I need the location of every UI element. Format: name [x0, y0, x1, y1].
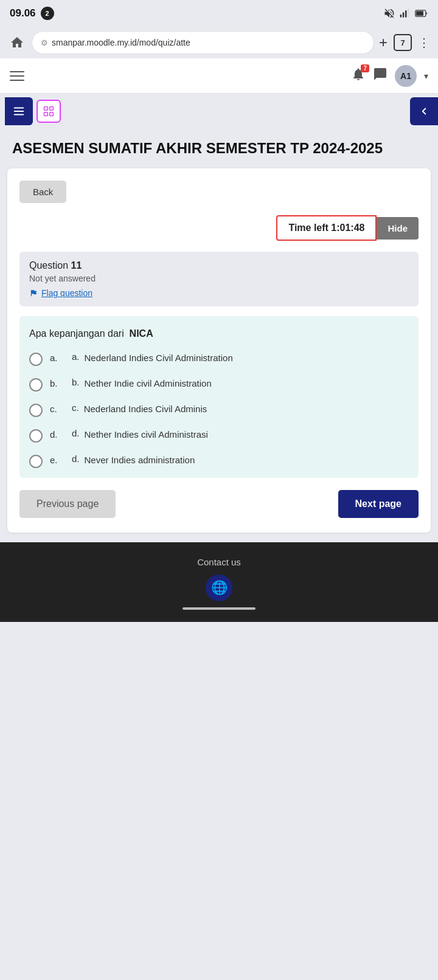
svg-rect-3 [408, 9, 409, 18]
answer-option-c[interactable]: c. c. Nederland Indies Civil Adminis [29, 402, 409, 417]
flag-question-button[interactable]: Flag question [29, 288, 409, 298]
avatar-chevron-icon: ▾ [424, 71, 428, 81]
svg-rect-2 [405, 10, 407, 18]
radio-c[interactable] [29, 404, 43, 417]
footer-contact-text: Contact us [10, 557, 428, 567]
option-text-c: Nederland Indies Civil Adminis [84, 402, 207, 416]
answer-option-d[interactable]: d. d. Nether Indies civil Administrasi [29, 428, 409, 443]
notification-badge: 7 [361, 64, 369, 72]
radio-b[interactable] [29, 378, 43, 392]
answer-option-e[interactable]: e. d. Never Indies administration [29, 454, 409, 468]
option-letter-c: c. [50, 404, 64, 414]
quiz-nav-list-button[interactable] [5, 97, 33, 125]
footer-globe-icon: 🌐 [206, 575, 232, 601]
option-text-a: Nederland Indies Civil Administration [85, 351, 233, 365]
browser-actions: + 7 ⋮ [379, 34, 431, 51]
browser-bar: ⚙ smanpar.moodle.my.id/mod/quiz/atte + 7… [0, 27, 438, 58]
hamburger-menu-button[interactable] [10, 71, 24, 81]
page-title-section: ASESMEN SUMATIF AKHIR SEMESTER TP 2024-2… [0, 129, 438, 164]
browser-url-text: smanpar.moodle.my.id/mod/quiz/atte [52, 38, 190, 47]
option-content-c: c. Nederland Indies Civil Adminis [72, 402, 409, 416]
question-status: Not yet answered [29, 274, 409, 283]
header-right: 7 A1 ▾ [351, 65, 428, 87]
svg-rect-12 [50, 112, 54, 116]
svg-rect-0 [400, 15, 402, 18]
svg-rect-5 [416, 11, 423, 16]
status-bar: 09.06 2 [0, 0, 438, 27]
question-body: Apa kepanjangan dari NICA a. a. Nederlan… [19, 316, 419, 478]
timer-display: Time left 1:01:48 [276, 215, 377, 241]
option-letter-a: a. [50, 353, 64, 363]
hide-timer-button[interactable]: Hide [377, 217, 419, 240]
svg-rect-7 [14, 111, 24, 112]
option-content-e: d. Never Indies administration [72, 454, 409, 468]
new-tab-button[interactable]: + [379, 35, 388, 50]
svg-rect-6 [14, 108, 24, 109]
quiz-nav-bar [0, 94, 438, 129]
question-text: Apa kepanjangan dari NICA [29, 328, 409, 339]
tabs-button[interactable]: 7 [394, 34, 412, 51]
option-content-a: a. Nederland Indies Civil Administration [72, 351, 409, 365]
status-notification-dot: 2 [41, 7, 54, 20]
option-text-d: Nether Indies civil Administrasi [85, 428, 208, 442]
notifications-button[interactable]: 7 [351, 67, 366, 85]
quiz-nav-grid-button[interactable] [36, 100, 61, 123]
svg-rect-8 [14, 114, 24, 116]
svg-rect-9 [44, 107, 48, 111]
mute-icon [383, 7, 395, 19]
option-content-b: b. Nether Indie civil Administration [72, 377, 409, 391]
previous-page-button[interactable]: Previous page [19, 490, 116, 518]
chat-button[interactable] [373, 67, 388, 85]
svg-rect-10 [50, 107, 54, 111]
option-content-d: d. Nether Indies civil Administrasi [72, 428, 409, 442]
back-button[interactable]: Back [19, 181, 66, 203]
quiz-card: Back Time left 1:01:48 Hide Question 11 … [7, 168, 431, 533]
option-letter-e: e. [50, 455, 64, 465]
page-title: ASESMEN SUMATIF AKHIR SEMESTER TP 2024-2… [12, 139, 426, 157]
scroll-indicator [182, 607, 255, 610]
question-header: Question 11 Not yet answered Flag questi… [19, 252, 419, 306]
battery-icon [415, 9, 428, 18]
status-time: 09.06 [10, 7, 36, 19]
url-security-icon: ⚙ [41, 38, 48, 47]
app-header: 7 A1 ▾ [0, 58, 438, 94]
option-letter-d: d. [50, 429, 64, 440]
option-text-b: Nether Indie civil Administration [85, 377, 212, 391]
answer-option-b[interactable]: b. b. Nether Indie civil Administration [29, 377, 409, 392]
svg-rect-11 [44, 112, 48, 116]
footer: Contact us 🌐 [0, 542, 438, 622]
option-text-e: Never Indies administration [85, 454, 195, 468]
answer-option-a[interactable]: a. a. Nederland Indies Civil Administrat… [29, 351, 409, 366]
timer-row: Time left 1:01:48 Hide [19, 215, 419, 241]
signal-icon [399, 7, 411, 19]
radio-e[interactable] [29, 455, 43, 468]
avatar-button[interactable]: A1 [395, 65, 417, 87]
radio-a[interactable] [29, 353, 43, 366]
browser-home-button[interactable] [7, 33, 27, 52]
radio-d[interactable] [29, 429, 43, 443]
flag-icon [29, 289, 38, 297]
question-number: Question 11 [29, 260, 409, 271]
browser-url-bar[interactable]: ⚙ smanpar.moodle.my.id/mod/quiz/atte [32, 31, 374, 54]
next-page-button[interactable]: Next page [338, 490, 419, 518]
svg-rect-1 [403, 12, 405, 17]
status-icons [383, 7, 428, 19]
page-navigation: Previous page Next page [19, 490, 419, 518]
option-letter-b: b. [50, 378, 64, 388]
browser-menu-button[interactable]: ⋮ [418, 35, 431, 50]
quiz-nav-collapse-button[interactable] [410, 97, 438, 125]
